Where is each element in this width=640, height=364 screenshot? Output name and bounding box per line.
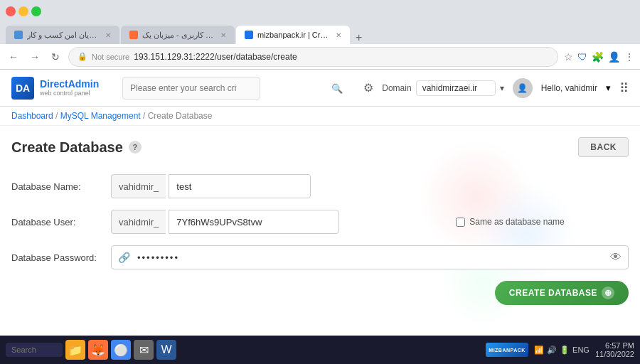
breadcrumb-sep-2: / <box>143 111 148 121</box>
breadcrumb-current: Create Database <box>148 111 213 121</box>
refresh-nav-button[interactable]: ↻ <box>48 50 63 64</box>
db-name-prefix: vahidmir_ <box>111 174 166 198</box>
taskbar-chrome[interactable]: ⚪ <box>111 340 131 360</box>
db-user-input-wrap: vahidmir_ Same as database name <box>111 210 629 234</box>
create-database-button[interactable]: CREATE DATABASE ⊕ <box>495 281 629 305</box>
title-bar <box>0 0 640 23</box>
taskbar-logo: MIZBANPACK <box>486 343 528 357</box>
tab-3-close[interactable]: ✕ <box>336 31 341 39</box>
taskbar-firefox[interactable]: 🦊 <box>88 340 108 360</box>
domain-wrap: Domain vahidmirzaei.ir ▾ <box>382 80 503 96</box>
tab-1[interactable]: میزبان یک | متریان امن کسب و کار ✕ <box>6 26 119 44</box>
new-tab-button[interactable]: + <box>351 31 366 44</box>
domain-select[interactable]: vahidmirzaei.ir <box>416 80 496 96</box>
db-name-input-wrap: vahidmir_ <box>111 174 629 198</box>
maximize-button[interactable] <box>31 6 41 16</box>
db-user-input[interactable] <box>169 210 339 234</box>
tab-1-close[interactable]: ✕ <box>105 31 111 39</box>
tab-favicon-2 <box>129 31 138 39</box>
clock: 6:57 PM <box>595 341 634 350</box>
domain-arrow-icon: ▾ <box>500 83 504 93</box>
battery-icon: 🔋 <box>560 346 570 355</box>
window-controls <box>6 6 41 16</box>
tab-3-label: mizbanpack.ir | Create Database <box>257 31 329 39</box>
db-name-group: Database Name: vahidmir_ <box>11 174 629 198</box>
da-logo-icon: DA <box>11 77 34 100</box>
db-user-prefix: vahidmir_ <box>111 210 166 234</box>
profile-icon[interactable]: 👤 <box>608 51 620 63</box>
da-logo: DA DirectAdmin web control panel <box>11 77 111 100</box>
apps-icon[interactable]: ⠿ <box>619 80 629 96</box>
main-area: Create Database ? BACK Database Name: va… <box>0 126 640 325</box>
breadcrumb-sep-1: / <box>55 111 60 121</box>
same-as-db-wrap: Same as database name <box>456 217 564 227</box>
page-title-text: Create Database <box>11 139 123 156</box>
taskbar-right: MIZBANPACK 📶 🔊 🔋 ENG 6:57 PM 11/30/2022 <box>486 341 634 358</box>
tab-2-close[interactable]: ✕ <box>220 31 226 39</box>
user-dropdown-icon[interactable]: ▾ <box>606 82 611 93</box>
tab-favicon-3 <box>245 31 253 39</box>
back-button[interactable]: BACK <box>578 137 629 157</box>
tab-favicon-1 <box>14 31 23 39</box>
btn-row: CREATE DATABASE ⊕ <box>11 281 629 305</box>
hello-text: Hello, vahidmir <box>541 83 597 93</box>
link-icon: 🔗 <box>118 252 130 263</box>
search-icon: 🔍 <box>331 82 343 93</box>
tab-3[interactable]: mizbanpack.ir | Create Database ✕ <box>236 26 350 44</box>
db-password-group: Database Password: 🔗 👁 <box>11 245 629 269</box>
back-nav-button[interactable]: ← <box>6 50 21 64</box>
breadcrumb: Dashboard / MySQL Management / Create Da… <box>0 107 640 126</box>
security-icon: 🔒 <box>78 52 87 61</box>
search-input[interactable] <box>122 77 260 100</box>
close-button[interactable] <box>6 6 16 16</box>
taskbar: 📁 🦊 ⚪ ✉ W MIZBANPACK 📶 🔊 🔋 ENG 6:57 PM 1… <box>0 336 640 364</box>
minimize-button[interactable] <box>18 6 28 16</box>
address-text[interactable]: 193.151.129.31:2222/user/database/create <box>134 52 549 62</box>
domain-label: Domain <box>382 83 411 93</box>
search-wrap: 🔍 <box>122 77 350 100</box>
address-bar: ← → ↻ 🔒 Not secure 193.151.129.31:2222/u… <box>0 44 640 70</box>
lang-indicator: ENG <box>572 346 590 354</box>
taskbar-mail[interactable]: ✉ <box>134 340 154 360</box>
create-db-btn-icon: ⊕ <box>602 287 614 299</box>
volume-icon: 🔊 <box>547 346 557 355</box>
tab-2-label: ناحیه کاربری - میزبان یک <box>142 31 213 40</box>
security-label: Not secure <box>92 53 129 61</box>
db-password-label: Database Password: <box>11 252 111 263</box>
menu-icon[interactable]: ⋮ <box>624 51 634 63</box>
db-user-label: Database User: <box>11 217 111 228</box>
address-bar-icons: ☆ 🛡 🧩 👤 ⋮ <box>564 51 634 63</box>
create-database-label: CREATE DATABASE <box>509 288 597 298</box>
db-user-group: Database User: vahidmir_ Same as databas… <box>11 210 629 234</box>
db-name-input[interactable] <box>169 174 311 198</box>
date-display: 11/30/2022 <box>595 350 634 358</box>
breadcrumb-mysql[interactable]: MySQL Management <box>60 111 141 121</box>
info-icon[interactable]: ? <box>129 141 142 154</box>
settings-icon[interactable]: ⚙ <box>363 81 373 95</box>
page-content: DA DirectAdmin web control panel 🔍 ⚙ Dom… <box>0 70 640 336</box>
da-logo-text-wrap: DirectAdmin web control panel <box>40 79 99 97</box>
page-title-row: Create Database ? BACK <box>11 137 629 157</box>
time-display: 6:57 PM 11/30/2022 <box>595 341 634 358</box>
password-toggle-icon[interactable]: 👁 <box>610 251 622 264</box>
same-as-db-label: Same as database name <box>469 217 564 227</box>
db-password-field-wrap: 🔗 👁 <box>111 245 629 269</box>
extension-icon[interactable]: 🧩 <box>592 51 604 63</box>
taskbar-search[interactable] <box>6 343 63 357</box>
forward-nav-button[interactable]: → <box>27 50 43 64</box>
taskbar-word[interactable]: W <box>156 340 176 360</box>
taskbar-logo-text: MIZBANPACK <box>487 348 527 353</box>
tab-2[interactable]: ناحیه کاربری - میزبان یک ✕ <box>121 26 235 44</box>
db-name-label: Database Name: <box>11 181 111 192</box>
tab-1-label: میزبان یک | متریان امن کسب و کار <box>27 31 98 40</box>
db-password-input[interactable] <box>111 245 629 269</box>
taskbar-file-explorer[interactable]: 📁 <box>65 340 85 360</box>
header-right: ⚙ Domain vahidmirzaei.ir ▾ 👤 Hello, vahi… <box>363 78 629 98</box>
tab-bar: میزبان یک | متریان امن کسب و کار ✕ ناحیه… <box>0 23 640 44</box>
same-as-db-checkbox[interactable] <box>456 218 465 227</box>
bookmark-icon[interactable]: ☆ <box>564 51 573 63</box>
da-logo-sub: web control panel <box>40 90 99 97</box>
wifi-icon: 📶 <box>534 346 544 355</box>
avatar: 👤 <box>513 78 533 98</box>
breadcrumb-dashboard[interactable]: Dashboard <box>11 111 53 121</box>
